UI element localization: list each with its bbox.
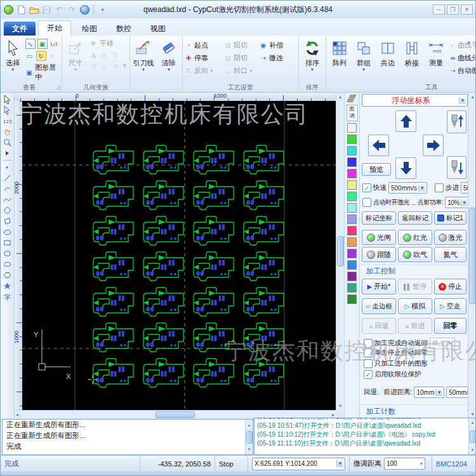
polygon-tool-icon[interactable] — [2, 216, 13, 227]
hexagon-tool-icon[interactable] — [2, 270, 13, 281]
log-scrollbar[interactable]: ▴▾ — [468, 418, 476, 454]
seal-button[interactable]: ◡封口 ▼ — [223, 66, 259, 76]
panel-scroll-thumb[interactable] — [469, 208, 476, 304]
line-tool-icon[interactable] — [2, 173, 13, 183]
layer-color-3[interactable] — [347, 146, 357, 155]
scroll-up-icon[interactable]: ▴ — [471, 94, 473, 100]
stop-button[interactable]: ✕停止 — [434, 279, 466, 294]
shutter-button[interactable]: 光闸 — [362, 230, 396, 245]
tab-file[interactable]: 文件 — [4, 22, 36, 36]
shape-view-icon[interactable]: ▣ — [37, 39, 48, 49]
rect-view-icon[interactable]: ▭ — [25, 51, 34, 60]
rotate-view-icon[interactable]: ↻ — [36, 51, 46, 61]
common-edge-button[interactable]: 共边 — [376, 36, 400, 72]
translate-button[interactable]: 平移 — [100, 39, 114, 48]
dialog-launcher-icon[interactable]: ◿ — [56, 83, 60, 92]
spot-power-combo[interactable]: 10%▼ — [445, 197, 469, 208]
position-combo[interactable]: X:625.691 Y:1014.200▼ — [252, 458, 345, 470]
nozzle-up-button[interactable] — [447, 110, 466, 133]
pan-tool-icon[interactable] — [2, 126, 13, 137]
scroll-down-icon[interactable]: ▾ — [471, 411, 473, 417]
jog-left-button[interactable] — [368, 135, 389, 156]
stop-auto-home-checkbox[interactable] — [364, 348, 373, 357]
group-button[interactable]: 群组▼ — [352, 36, 376, 72]
spline-tool-icon[interactable] — [2, 194, 13, 205]
layer-color-12[interactable] — [347, 249, 357, 258]
layer-color-5[interactable] — [347, 169, 357, 178]
roundrect-tool-icon[interactable] — [2, 248, 13, 259]
micro-join-button[interactable]: ⇢微连 — [259, 53, 297, 63]
obround-tool-icon[interactable] — [2, 259, 13, 270]
tab-home[interactable]: 开始 — [38, 20, 71, 36]
layer-color-6[interactable] — [347, 180, 357, 190]
array-button[interactable]: 阵列 — [327, 36, 352, 72]
layer-color-10[interactable] — [347, 226, 357, 235]
layer-color-16[interactable] — [347, 294, 357, 304]
return-mark-button[interactable]: 返回标记 — [398, 211, 432, 225]
auto-return-after-finish-combo[interactable]: 终点▼ — [430, 338, 455, 349]
jog-up-button[interactable] — [395, 110, 416, 132]
more-options-link[interactable]: ... — [411, 199, 416, 206]
rect-tool-icon[interactable] — [2, 237, 13, 248]
layer-color-8[interactable] — [347, 203, 357, 213]
blow-button[interactable]: 吹气 — [398, 247, 432, 262]
drawing-canvas[interactable]: Y X — [22, 101, 336, 410]
layer-color-4[interactable] — [347, 157, 357, 167]
point-tool-icon[interactable] — [2, 162, 13, 173]
frame-button[interactable]: ▱走边框 — [362, 298, 396, 314]
nozzle-down-button[interactable] — [447, 156, 466, 179]
text-tool-icon[interactable]: 字 — [2, 291, 13, 302]
soft-limit-protect-checkbox[interactable]: ✓ — [364, 370, 373, 379]
restore-button[interactable]: ❐ — [447, 4, 459, 15]
rotate-buttons[interactable]: ◁△◅▼ — [89, 61, 128, 70]
circle-tool-icon[interactable] — [2, 205, 13, 216]
dry-run-button[interactable]: ▷空走 — [434, 298, 466, 314]
laser-button[interactable]: 激光 — [434, 230, 466, 245]
layer-color-9[interactable] — [347, 215, 357, 224]
layer-color-1[interactable] — [347, 123, 357, 133]
size-button[interactable]: 尺寸 ▼ — [63, 36, 88, 72]
pause-button[interactable]: ▌▌暂停 — [398, 279, 432, 294]
curve-smooth-button[interactable]: ✓曲线平滑 — [449, 41, 476, 50]
open-file-icon[interactable] — [29, 4, 39, 15]
layer-color-14[interactable] — [347, 272, 357, 281]
curve-split-button[interactable]: ⇹曲线分割 — [449, 53, 476, 63]
yang-cut-button[interactable]: ▨阳切 — [223, 41, 259, 50]
backward-button[interactable]: «回退 — [362, 318, 396, 334]
zoom-tool-icon[interactable] — [2, 137, 13, 148]
step-checkbox[interactable] — [435, 183, 444, 192]
process-selected-only-checkbox[interactable] — [364, 359, 373, 368]
panel-tab-button[interactable]: 图调 — [347, 105, 358, 121]
jog-laser-checkbox[interactable] — [362, 198, 371, 207]
yin-cut-button[interactable]: ▧阴切 — [223, 53, 259, 63]
tab-nc[interactable]: 数控 — [108, 22, 140, 36]
scroll-down-icon[interactable]: ▾ — [339, 403, 341, 409]
measure-button[interactable]: mm测量 — [424, 36, 448, 72]
layer-color-13[interactable] — [347, 260, 357, 270]
curve-view-icon[interactable]: ∿ — [25, 39, 36, 49]
ribbon-collapse-icon[interactable]: ▲ — [466, 39, 472, 45]
about-sphere-icon[interactable] — [79, 4, 90, 15]
compensation-button[interactable]: ◉补偿 — [259, 41, 297, 50]
panel-scrollbar[interactable]: ▴ ▾ — [468, 93, 476, 418]
vscroll-thumb[interactable] — [337, 236, 344, 267]
undo-icon[interactable]: ↶ — [54, 4, 65, 15]
message-log[interactable]: 正在重新生成所有图形...正在重新生成所有图形...完成 ▴▾ — [2, 419, 253, 455]
reverse-button[interactable]: ⇅反向 ▼ — [184, 66, 223, 76]
coord-system-combo[interactable]: 浮动坐标系 ▼ — [362, 94, 468, 107]
clear-button[interactable]: 清除 ▼ — [157, 36, 181, 72]
layer-color-2[interactable] — [347, 135, 357, 144]
layer-color-11[interactable] — [347, 237, 357, 247]
redo-icon[interactable]: ↷ — [67, 4, 77, 15]
auto-return-after-finish-checkbox[interactable] — [364, 339, 373, 348]
nitrogen-button[interactable]: 氮气 — [434, 247, 466, 262]
scroll-up-icon[interactable]: ▴ — [339, 94, 341, 100]
scroll-right-icon[interactable]: ▸ — [332, 412, 334, 418]
start-point-button[interactable]: ◔起点 — [184, 41, 223, 50]
fine-tune-combo[interactable]: 100▾ — [384, 458, 425, 470]
sort-button[interactable]: 排序 ▼ — [300, 36, 324, 72]
toolbar-options-icon[interactable]: ▾ — [97, 4, 108, 15]
layers-strip-icon[interactable] — [347, 94, 358, 103]
canvas-vscrollbar[interactable]: ▴ ▾ — [336, 93, 344, 410]
hscroll-thumb[interactable] — [155, 411, 195, 418]
